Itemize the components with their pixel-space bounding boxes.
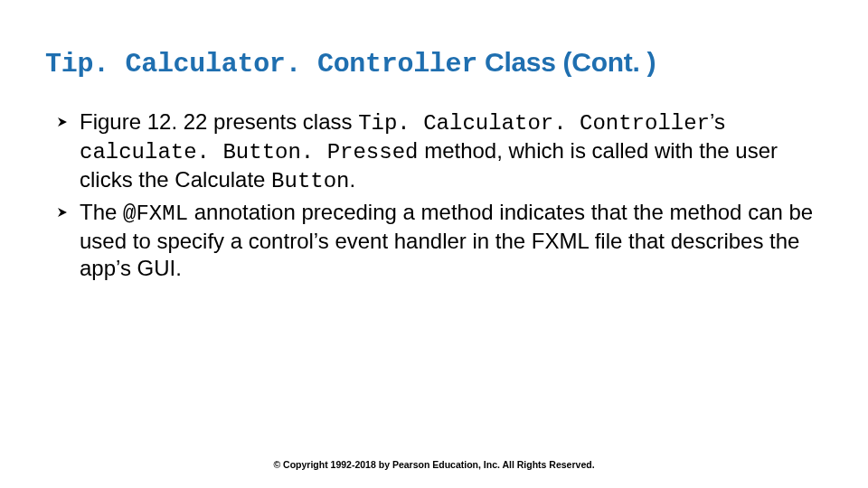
bullet-item: The @FXML annotation preceding a method …	[54, 199, 814, 282]
title-rest: Class (Cont. )	[477, 47, 656, 77]
code-run: Tip. Calculator. Controller	[358, 111, 710, 136]
code-run: Button	[271, 169, 349, 193]
title-code-part: Tip. Calculator. Controller	[45, 49, 477, 80]
slide-title: Tip. Calculator. Controller Class (Cont.…	[45, 47, 656, 80]
bullet-list: Figure 12. 22 presents class Tip. Calcul…	[54, 108, 814, 282]
text-run: ’s	[710, 109, 725, 134]
code-run: calculate. Button. Pressed	[80, 140, 418, 164]
code-run: @FXML	[123, 202, 188, 226]
copyright-footer: © Copyright 1992-2018 by Pearson Educati…	[0, 459, 868, 470]
slide: Tip. Calculator. Controller Class (Cont.…	[0, 0, 868, 488]
text-run: annotation preceding a method indicates …	[80, 200, 813, 280]
text-run: .	[350, 167, 356, 192]
text-run: The	[80, 200, 123, 224]
bullet-item: Figure 12. 22 presents class Tip. Calcul…	[54, 108, 814, 195]
text-run: Figure 12. 22 presents class	[80, 109, 358, 134]
slide-body: Figure 12. 22 presents class Tip. Calcul…	[54, 108, 814, 286]
